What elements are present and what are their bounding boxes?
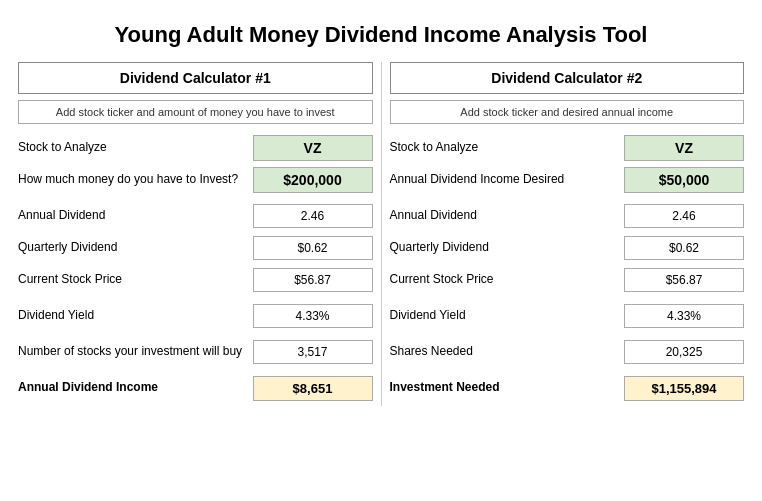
calc1-annual-div-label: Annual Dividend: [18, 208, 253, 224]
calc1-num-stocks-value: 3,517: [253, 340, 373, 364]
calc2-header: Dividend Calculator #2: [390, 62, 745, 94]
calc2-annual-div-label: Annual Dividend: [390, 208, 625, 224]
calc2-income-desired-value[interactable]: $50,000: [624, 167, 744, 193]
calc1-invest-label: How much money do you have to Invest?: [18, 172, 253, 188]
calc2-annual-div-value: 2.46: [624, 204, 744, 228]
calc2-stock-price-label: Current Stock Price: [390, 272, 625, 288]
calc1-annual-income-value: $8,651: [253, 376, 373, 401]
calc2-quarterly-div-label: Quarterly Dividend: [390, 240, 625, 256]
calc1-subtitle: Add stock ticker and amount of money you…: [18, 100, 373, 124]
calc2-stock-label: Stock to Analyze: [390, 140, 625, 156]
calc1-annual-income-label: Annual Dividend Income: [18, 380, 253, 396]
calc2-shares-needed-label: Shares Needed: [390, 344, 625, 360]
calc1-annual-div-value: 2.46: [253, 204, 373, 228]
calc2-stock-price-value: $56.87: [624, 268, 744, 292]
calc1-yield-label: Dividend Yield: [18, 308, 253, 324]
calc1-num-stocks-label: Number of stocks your investment will bu…: [18, 344, 253, 360]
calc2-shares-needed-value: 20,325: [624, 340, 744, 364]
main-title: Young Adult Money Dividend Income Analys…: [10, 10, 752, 62]
calc2-stock-value[interactable]: VZ: [624, 135, 744, 161]
calculator-1: Dividend Calculator #1 Add stock ticker …: [10, 62, 381, 406]
calc1-stock-label: Stock to Analyze: [18, 140, 253, 156]
calc1-invest-value[interactable]: $200,000: [253, 167, 373, 193]
calc2-subtitle: Add stock ticker and desired annual inco…: [390, 100, 745, 124]
calc1-quarterly-div-label: Quarterly Dividend: [18, 240, 253, 256]
calc2-investment-needed-value: $1,155,894: [624, 376, 744, 401]
calc2-investment-needed-label: Investment Needed: [390, 380, 625, 396]
calc2-income-desired-label: Annual Dividend Income Desired: [390, 172, 625, 188]
calc1-header: Dividend Calculator #1: [18, 62, 373, 94]
calc1-stock-price-value: $56.87: [253, 268, 373, 292]
calc1-stock-price-label: Current Stock Price: [18, 272, 253, 288]
calc2-yield-value: 4.33%: [624, 304, 744, 328]
calculator-2: Dividend Calculator #2 Add stock ticker …: [382, 62, 753, 406]
calc2-yield-label: Dividend Yield: [390, 308, 625, 324]
calc1-yield-value: 4.33%: [253, 304, 373, 328]
calc1-stock-value[interactable]: VZ: [253, 135, 373, 161]
calc2-quarterly-div-value: $0.62: [624, 236, 744, 260]
calc1-quarterly-div-value: $0.62: [253, 236, 373, 260]
